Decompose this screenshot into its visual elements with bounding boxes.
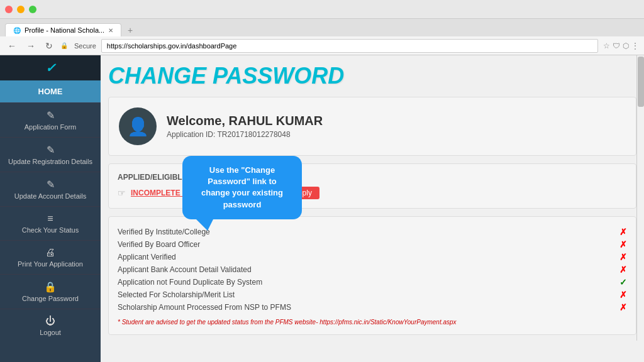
- sidebar-update-reg-label: Update Registration Details: [8, 158, 92, 165]
- active-tab[interactable]: 🌐 Profile - National Schola... ✕: [5, 23, 121, 36]
- status-label-5: Selected For Scholarship/Merit List: [118, 290, 235, 299]
- status-label-3: Applicant Bank Account Detail Validated: [118, 265, 252, 274]
- sidebar: ✓ HOME ✎ Application Form ✎ Update Regis…: [0, 55, 101, 362]
- scroll-thumb[interactable]: [638, 57, 644, 107]
- status-indicator-0: ✗: [619, 227, 627, 237]
- main-layout: ✓ HOME ✎ Application Form ✎ Update Regis…: [0, 55, 644, 362]
- sidebar-item-logout[interactable]: ⏻ Logout: [0, 309, 101, 343]
- sidebar-update-account-label: Update Account Details: [14, 192, 86, 200]
- status-indicator-5: ✗: [619, 290, 627, 300]
- refresh-btn[interactable]: ↻: [43, 40, 55, 52]
- status-indicator-4: ✓: [619, 277, 627, 287]
- edit2-icon: ✎: [5, 144, 96, 156]
- forward-btn[interactable]: →: [24, 40, 38, 52]
- status-indicator-1: ✗: [619, 239, 627, 250]
- page-title: CHANGE PASSWORD: [108, 63, 636, 89]
- warning-icon: ☞: [118, 188, 126, 198]
- address-input[interactable]: [101, 39, 598, 53]
- sidebar-item-application-form[interactable]: ✎ Application Form: [0, 102, 101, 137]
- sidebar-check-status-label: Check Your Status: [22, 226, 79, 234]
- maximize-window-btn[interactable]: [29, 6, 36, 13]
- close-window-btn[interactable]: [5, 6, 13, 13]
- status-row-4: Application not Found Duplicate By Syste…: [118, 276, 627, 288]
- tooltip-content: Use the "Change Password" link to change…: [182, 156, 302, 219]
- avatar: 👤: [119, 107, 157, 145]
- window-controls[interactable]: [5, 6, 36, 13]
- status-indicator-3: ✗: [619, 265, 627, 275]
- sidebar-logo: ✓: [0, 55, 101, 80]
- status-label-6: Scholarship Amount Processed From NSP to…: [118, 303, 291, 312]
- tab-close-btn[interactable]: ✕: [108, 27, 113, 34]
- edit3-icon: ✎: [5, 178, 96, 190]
- address-bar: ← → ↻ 🔒 Secure ☆ 🛡 ⬡ ⋮: [0, 36, 644, 55]
- sidebar-application-form-label: Application Form: [25, 123, 77, 131]
- sidebar-item-check-status[interactable]: ≡ Check Your Status: [0, 206, 101, 240]
- logo-text: ✓: [45, 61, 56, 75]
- status-row-5: Selected For Scholarship/Merit List ✗: [118, 288, 627, 301]
- status-note: * Student are advised to get the updated…: [118, 319, 627, 326]
- bookmark-icon[interactable]: ☆: [603, 41, 610, 50]
- welcome-text: Welcome, RAHUL KUMAR Application ID: TR2…: [167, 114, 323, 139]
- status-label-1: Verified By Board Officer: [118, 240, 200, 249]
- secure-icon: 🔒: [60, 42, 68, 49]
- welcome-greeting: Welcome, RAHUL KUMAR: [167, 114, 323, 128]
- welcome-card: 👤 Welcome, RAHUL KUMAR Application ID: T…: [108, 97, 636, 156]
- browser-chrome: [0, 0, 644, 19]
- app-id-label: Application ID:: [167, 130, 215, 139]
- sidebar-logout-label: Logout: [40, 329, 61, 336]
- print-icon: 🖨: [5, 247, 96, 258]
- back-btn[interactable]: ←: [5, 40, 19, 52]
- shield-icon: 🛡: [613, 41, 620, 50]
- scrollbar[interactable]: [636, 55, 644, 341]
- tab-title: Profile - National Schola...: [25, 26, 104, 34]
- browser-action-icons: ☆ 🛡 ⬡ ⋮: [603, 41, 639, 50]
- extensions-icon: ⬡: [623, 41, 629, 50]
- status-label-4: Application not Found Duplicate By Syste…: [118, 278, 262, 287]
- new-tab-btn[interactable]: +: [124, 24, 136, 36]
- sidebar-print-label: Print Your Application: [18, 260, 83, 268]
- status-label-2: Applicant Verified: [118, 253, 176, 261]
- status-row-0: Verified By Institute/College ✗: [118, 226, 627, 238]
- secure-label: Secure: [74, 42, 96, 50]
- tooltip-bubble: Use the "Change Password" link to change…: [182, 156, 302, 219]
- list-icon: ≡: [5, 213, 96, 224]
- tab-bar: 🌐 Profile - National Schola... ✕ +: [0, 19, 644, 36]
- tooltip-text: Use the "Change Password" link to change…: [201, 165, 283, 209]
- sidebar-item-print-application[interactable]: 🖨 Print Your Application: [0, 240, 101, 274]
- power-icon: ⏻: [5, 315, 96, 327]
- status-row-3: Applicant Bank Account Detail Validated …: [118, 263, 627, 276]
- sidebar-item-update-account[interactable]: ✎ Update Account Details: [0, 172, 101, 206]
- status-table: Verified By Institute/College ✗ Verified…: [108, 216, 636, 335]
- application-id: Application ID: TR201718012278048: [167, 130, 323, 139]
- app-id-value: TR201718012278048: [218, 130, 291, 139]
- minimize-window-btn[interactable]: [17, 6, 25, 13]
- status-row-1: Verified By Board Officer ✗: [118, 238, 627, 251]
- sidebar-item-change-password[interactable]: 🔒 Change Password: [0, 274, 101, 309]
- content-area: CHANGE PASSWORD 👤 Welcome, RAHUL KUMAR A…: [101, 55, 644, 362]
- menu-icon[interactable]: ⋮: [631, 41, 639, 50]
- status-row-6: Scholarship Amount Processed From NSP to…: [118, 301, 627, 314]
- sidebar-item-update-registration[interactable]: ✎ Update Registration Details: [0, 137, 101, 172]
- sidebar-home-btn[interactable]: HOME: [0, 80, 101, 102]
- sidebar-change-pw-label: Change Password: [22, 295, 79, 302]
- edit-icon: ✎: [5, 109, 96, 121]
- bubble-tail: [195, 218, 214, 231]
- status-row-2: Applicant Verified ✗: [118, 251, 627, 263]
- avatar-icon: 👤: [127, 116, 149, 137]
- lock-icon: 🔒: [5, 281, 96, 293]
- status-indicator-2: ✗: [619, 252, 627, 262]
- status-indicator-6: ✗: [619, 302, 627, 312]
